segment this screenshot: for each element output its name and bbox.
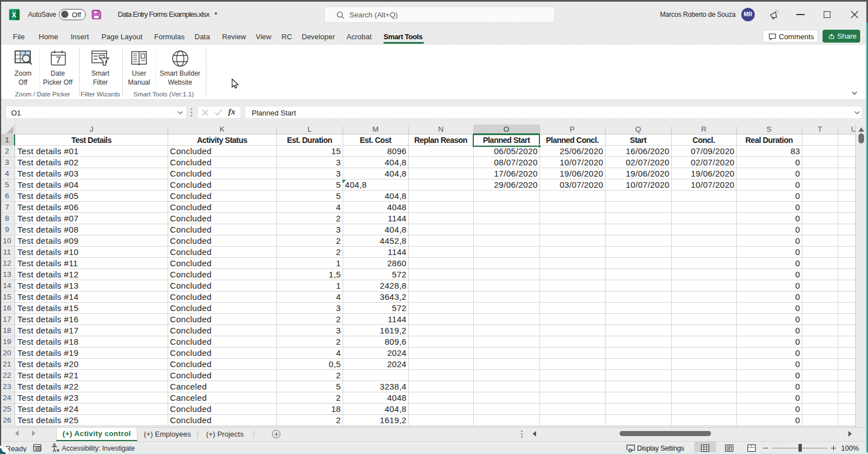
svg-text:7: 7 xyxy=(56,55,61,66)
svg-text:X: X xyxy=(12,11,16,19)
